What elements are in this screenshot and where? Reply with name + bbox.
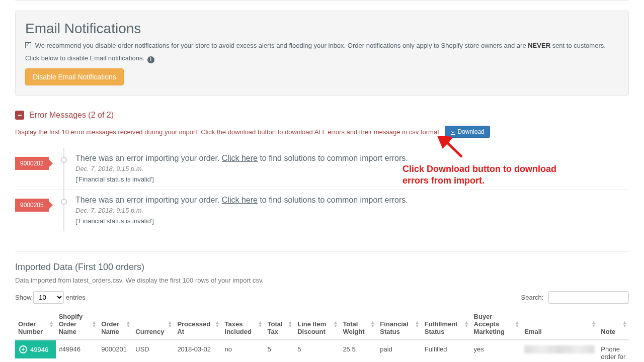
sort-icon: ▲▼ <box>464 321 469 328</box>
cell: 5 <box>265 340 295 362</box>
column-header[interactable]: Shopify Order Name▲▼ <box>56 309 99 340</box>
cell: 2018-03-02 <box>174 340 221 362</box>
sort-icon: ▲▼ <box>258 321 263 328</box>
sort-icon: ▲▼ <box>370 321 375 328</box>
cell: paid <box>377 340 421 362</box>
imported-data-title: Imported Data (First 100 orders) <box>15 251 629 273</box>
error-message-line: There was an error importing your order.… <box>75 196 629 205</box>
sort-icon: ▲▼ <box>49 321 54 328</box>
email-notifications-panel: Email Notifications We recommend you dis… <box>15 11 629 96</box>
error-badge: 9000205 <box>15 199 49 212</box>
sort-icon: ▲▼ <box>215 321 220 328</box>
timeline-dot-icon <box>61 157 67 163</box>
cell: yes <box>471 340 522 362</box>
error-messages-title: Error Messages (2 of 2) <box>29 111 114 120</box>
column-header[interactable]: Total Weight▲▼ <box>340 309 377 340</box>
row-key-cell[interactable]: + 49946 <box>15 340 56 358</box>
cell: 25.5 <box>340 340 377 362</box>
column-header[interactable]: Total Tax▲▼ <box>265 309 295 340</box>
column-header[interactable]: Buyer Accepts Marketing▲▼ <box>471 309 522 340</box>
error-solution-link[interactable]: Click here <box>222 196 258 204</box>
email-notifications-title: Email Notifications <box>25 21 619 37</box>
sort-icon: ▲▼ <box>288 321 292 328</box>
error-date: Dec. 7, 2018, 9:15 p.m. <box>75 165 629 172</box>
column-header[interactable]: Taxes Included▲▼ <box>222 309 265 340</box>
column-header[interactable]: Processed At▲▼ <box>174 309 221 340</box>
column-header[interactable]: Email▲▼ <box>521 309 598 340</box>
cell: #49946 <box>56 340 99 362</box>
error-detail: ['Financial status is invalid'] <box>75 175 629 183</box>
sort-icon: ▲▼ <box>622 321 627 328</box>
page-size-control: Show 10 entries <box>15 291 86 304</box>
sort-icon: ▲▼ <box>591 321 596 328</box>
collapse-icon[interactable]: − <box>15 111 24 120</box>
sort-icon: ▲▼ <box>92 321 96 328</box>
column-header[interactable]: Fulfillment Status▲▼ <box>422 309 471 340</box>
cell: no <box>222 340 265 362</box>
column-header[interactable]: Financial Status▲▼ <box>377 309 421 340</box>
error-badge: 9000202 <box>15 157 49 170</box>
imported-data-subtitle: Data imported from latest_orders.csv. We… <box>15 277 629 284</box>
page-size-select[interactable]: 10 <box>33 291 64 304</box>
column-header[interactable]: Order Name▲▼ <box>98 309 132 340</box>
error-detail: ['Financial status is invalid'] <box>75 217 629 225</box>
sort-icon: ▲▼ <box>126 321 130 328</box>
sort-icon: ▲▼ <box>168 321 172 328</box>
cell: 5 <box>294 340 340 362</box>
imported-data-table: Order Number▲▼Shopify Order Name▲▼Order … <box>15 309 629 362</box>
timeline-dot-icon <box>61 199 67 205</box>
error-item: 9000205 There was an error importing you… <box>15 190 629 231</box>
sort-icon: ▲▼ <box>415 321 420 328</box>
error-timeline: 9000202 There was an error importing you… <box>15 148 629 231</box>
cell: 9000201 <box>98 340 132 362</box>
redacted-email <box>524 345 595 353</box>
search-input[interactable] <box>548 291 629 304</box>
table-row: + 49946 #49946 9000201 USD 2018-03-02 no… <box>15 340 629 362</box>
cell: Phone order for <box>598 340 629 362</box>
cell: Fulfilled <box>422 340 471 362</box>
email-notifications-recommend: We recommend you disable order notificat… <box>25 42 619 49</box>
sort-icon: ▲▼ <box>515 321 519 328</box>
cell-email <box>521 340 598 362</box>
error-solution-link[interactable]: Click here <box>222 154 258 162</box>
error-date: Dec. 7, 2018, 9:15 p.m. <box>75 207 629 214</box>
column-header[interactable]: Currency▲▼ <box>132 309 174 340</box>
sort-icon: ▲▼ <box>333 321 338 328</box>
error-item: 9000202 There was an error importing you… <box>15 148 629 190</box>
error-messages-subtitle: Display the first 10 error messages rece… <box>15 128 441 136</box>
cell: USD <box>132 340 174 362</box>
check-icon <box>25 42 31 48</box>
error-message-line: There was an error importing your order.… <box>75 154 629 163</box>
error-messages-header: − Error Messages (2 of 2) <box>15 111 629 120</box>
search-control: Search: <box>521 291 629 304</box>
column-header[interactable]: Order Number▲▼ <box>15 309 56 340</box>
disable-email-notifications-button[interactable]: Disable Email Notifications <box>25 68 124 85</box>
email-notifications-instruction: Click below to disable Email notificatio… <box>25 54 619 63</box>
column-header[interactable]: Note▲▼ <box>598 309 629 340</box>
column-header[interactable]: Line Item Discount▲▼ <box>294 309 340 340</box>
info-icon[interactable]: i <box>147 56 154 63</box>
download-icon <box>450 129 455 134</box>
expand-icon[interactable]: + <box>19 345 27 353</box>
